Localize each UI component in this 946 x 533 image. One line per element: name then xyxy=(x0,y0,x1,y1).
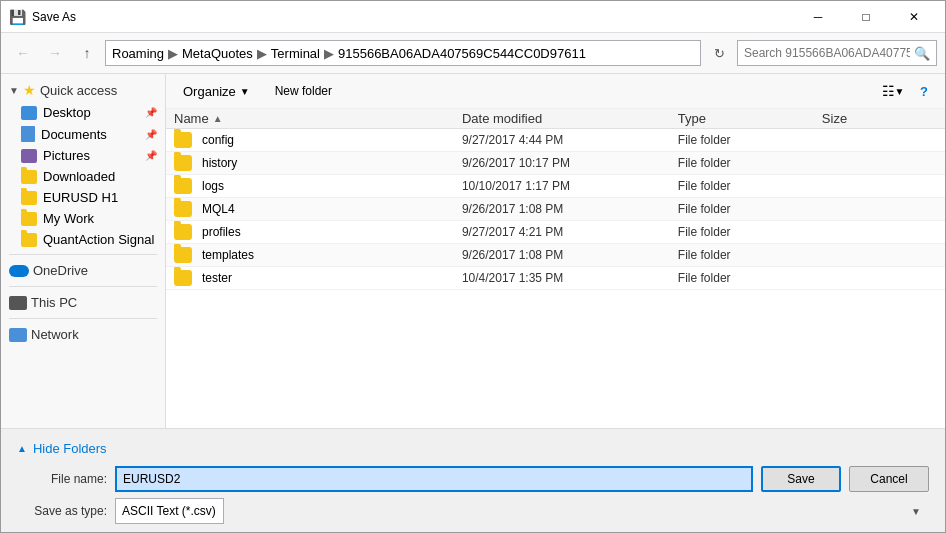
thispc-icon xyxy=(9,296,27,310)
sidebar-item-quantaction[interactable]: QuantAction Signal xyxy=(1,229,165,250)
breadcrumb[interactable]: Roaming ▶ MetaQuotes ▶ Terminal ▶ 915566… xyxy=(105,40,701,66)
organize-chevron-icon: ▼ xyxy=(240,86,250,97)
table-row[interactable]: logs 10/10/2017 1:17 PM File folder xyxy=(166,175,945,198)
sidebar-desktop-label: Desktop xyxy=(43,105,91,120)
folder-icon xyxy=(174,247,192,263)
bc-sep-3: ▶ xyxy=(324,46,334,61)
sidebar: ▼ ★ Quick access Desktop 📌 Documents 📌 P… xyxy=(1,74,166,428)
file-rows-container: config 9/27/2017 4:44 PM File folder his… xyxy=(166,129,945,290)
file-name-cell: profiles xyxy=(174,224,462,240)
file-name-cell: config xyxy=(174,132,462,148)
file-list-header: Name ▲ Date modified Type Size xyxy=(166,109,945,129)
table-row[interactable]: MQL4 9/26/2017 1:08 PM File folder xyxy=(166,198,945,221)
quantaction-folder-icon xyxy=(21,233,37,247)
hide-folders-row[interactable]: ▲ Hide Folders xyxy=(17,437,929,460)
sidebar-item-mywork[interactable]: My Work xyxy=(1,208,165,229)
network-icon xyxy=(9,328,27,342)
downloaded-folder-icon xyxy=(21,170,37,184)
hide-folders-label: Hide Folders xyxy=(33,441,107,456)
sidebar-onedrive-label: OneDrive xyxy=(33,263,88,278)
filetype-row: Save as type: ASCII Text (*.csv) xyxy=(17,498,929,524)
bc-roaming: Roaming xyxy=(112,46,164,61)
sidebar-divider-1 xyxy=(9,254,157,255)
sidebar-item-downloaded[interactable]: Downloaded xyxy=(1,166,165,187)
sidebar-item-eurusd[interactable]: EURUSD H1 xyxy=(1,187,165,208)
close-button[interactable]: ✕ xyxy=(891,1,937,33)
header-date[interactable]: Date modified xyxy=(462,111,678,126)
forward-button[interactable]: → xyxy=(41,39,69,67)
view-grid-icon: ☷ xyxy=(882,83,895,99)
folder-icon xyxy=(174,224,192,240)
header-size[interactable]: Size xyxy=(822,111,937,126)
filename-input[interactable] xyxy=(115,466,753,492)
save-as-dialog: 💾 Save As ─ □ ✕ ← → ↑ Roaming ▶ MetaQuot… xyxy=(0,0,946,533)
sidebar-section-thispc[interactable]: This PC xyxy=(1,291,165,314)
file-date-cell: 9/26/2017 1:08 PM xyxy=(462,248,678,262)
organize-label: Organize xyxy=(183,84,236,99)
file-type-cell: File folder xyxy=(678,271,822,285)
up-button[interactable]: ↑ xyxy=(73,39,101,67)
folder-icon xyxy=(174,201,192,217)
table-row[interactable]: history 9/26/2017 10:17 PM File folder xyxy=(166,152,945,175)
sidebar-item-documents[interactable]: Documents 📌 xyxy=(1,123,165,145)
table-row[interactable]: templates 9/26/2017 1:08 PM File folder xyxy=(166,244,945,267)
folder-icon xyxy=(174,270,192,286)
mywork-folder-icon xyxy=(21,212,37,226)
bc-sep-1: ▶ xyxy=(168,46,178,61)
sidebar-item-pictures[interactable]: Pictures 📌 xyxy=(1,145,165,166)
folder-icon xyxy=(174,178,192,194)
content-area: Organize ▼ New folder ☷ ▼ ? Name xyxy=(166,74,945,428)
search-input[interactable] xyxy=(744,46,910,60)
pin-icon-pics: 📌 xyxy=(145,150,157,161)
window-icon: 💾 xyxy=(9,9,26,25)
title-bar: 💾 Save As ─ □ ✕ xyxy=(1,1,945,33)
sidebar-mywork-label: My Work xyxy=(43,211,94,226)
onedrive-icon xyxy=(9,265,29,277)
sidebar-section-network[interactable]: Network xyxy=(1,323,165,346)
sidebar-downloaded-label: Downloaded xyxy=(43,169,115,184)
table-row[interactable]: tester 10/4/2017 1:35 PM File folder xyxy=(166,267,945,290)
file-type-cell: File folder xyxy=(678,133,822,147)
search-box[interactable]: 🔍 xyxy=(737,40,937,66)
eurusd-folder-icon xyxy=(21,191,37,205)
hide-folders-chevron-icon: ▲ xyxy=(17,443,27,454)
table-row[interactable]: config 9/27/2017 4:44 PM File folder xyxy=(166,129,945,152)
pictures-icon xyxy=(21,149,37,163)
save-button[interactable]: Save xyxy=(761,466,841,492)
file-type-cell: File folder xyxy=(678,179,822,193)
sidebar-thispc-label: This PC xyxy=(31,295,77,310)
sidebar-section-quick-access[interactable]: ▼ ★ Quick access xyxy=(1,78,165,102)
filetype-select[interactable]: ASCII Text (*.csv) xyxy=(115,498,224,524)
window-title: Save As xyxy=(32,10,795,24)
quick-access-label: Quick access xyxy=(40,83,117,98)
file-name-cell: tester xyxy=(174,270,462,286)
maximize-button[interactable]: □ xyxy=(843,1,889,33)
folder-icon xyxy=(174,132,192,148)
header-name[interactable]: Name ▲ xyxy=(174,111,462,126)
sidebar-item-desktop[interactable]: Desktop 📌 xyxy=(1,102,165,123)
back-button[interactable]: ← xyxy=(9,39,37,67)
file-type-cell: File folder xyxy=(678,156,822,170)
action-buttons: Save Cancel xyxy=(761,466,929,492)
view-dropdown-icon: ▼ xyxy=(895,86,905,97)
bc-sep-2: ▶ xyxy=(257,46,267,61)
organize-button[interactable]: Organize ▼ xyxy=(174,78,259,104)
file-date-cell: 9/26/2017 10:17 PM xyxy=(462,156,678,170)
sidebar-section-onedrive[interactable]: OneDrive xyxy=(1,259,165,282)
minimize-button[interactable]: ─ xyxy=(795,1,841,33)
file-date-cell: 10/10/2017 1:17 PM xyxy=(462,179,678,193)
cancel-button[interactable]: Cancel xyxy=(849,466,929,492)
quick-access-star-icon: ★ xyxy=(23,82,36,98)
pin-icon: 📌 xyxy=(145,107,157,118)
header-type[interactable]: Type xyxy=(678,111,822,126)
filetype-select-wrapper[interactable]: ASCII Text (*.csv) xyxy=(115,498,929,524)
help-button[interactable]: ? xyxy=(911,78,937,104)
new-folder-button[interactable]: New folder xyxy=(267,78,340,104)
filename-label: File name: xyxy=(17,472,107,486)
refresh-button[interactable]: ↻ xyxy=(705,39,733,67)
table-row[interactable]: profiles 9/27/2017 4:21 PM File folder xyxy=(166,221,945,244)
folder-icon xyxy=(174,155,192,171)
main-area: ▼ ★ Quick access Desktop 📌 Documents 📌 P… xyxy=(1,74,945,428)
view-toggle-button[interactable]: ☷ ▼ xyxy=(879,78,907,104)
desktop-icon xyxy=(21,106,37,120)
